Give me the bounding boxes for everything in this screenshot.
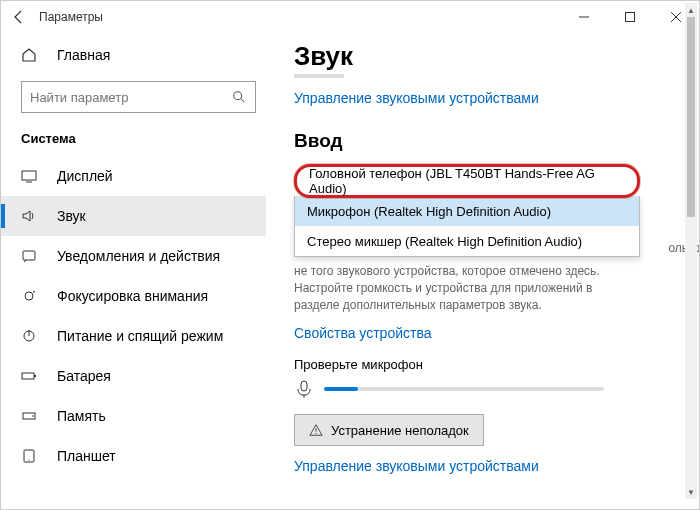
svg-point-15 [32, 415, 34, 417]
sidebar-item-display[interactable]: Дисплей [1, 156, 266, 196]
titlebar: Параметры [1, 1, 699, 33]
help-text: не того звукового устройства, которое от… [294, 263, 640, 313]
nav-list: Дисплей Звук Уведомления и действия Фоку… [1, 156, 266, 476]
option-text: Стерео микшер (Realtek High Definition A… [307, 234, 582, 249]
nav-label: Уведомления и действия [57, 248, 220, 264]
window-title: Параметры [39, 10, 103, 24]
input-device-dropdown[interactable]: Головной телефон (JBL T450BT Hands-Free … [294, 164, 640, 257]
nav-label: Память [57, 408, 106, 424]
sidebar-item-focus[interactable]: Фокусировка внимания [1, 276, 266, 316]
content-area: Главная Система Дисплей Звук [1, 33, 699, 509]
svg-rect-18 [301, 381, 307, 391]
battery-icon [21, 368, 41, 384]
sidebar-item-notifications[interactable]: Уведомления и действия [1, 236, 266, 276]
mic-level-fill [324, 387, 358, 391]
focus-icon [21, 288, 41, 304]
dropdown-option[interactable]: Стерео микшер (Realtek High Definition A… [295, 226, 639, 256]
sidebar-item-sound[interactable]: Звук [1, 196, 266, 236]
microphone-icon [294, 378, 316, 400]
home-icon [21, 47, 41, 63]
sidebar-item-tablet[interactable]: Планшет [1, 436, 266, 476]
mic-level-bar [324, 387, 604, 391]
svg-rect-13 [34, 375, 36, 377]
category-title: Система [21, 131, 266, 146]
scroll-down-icon[interactable]: ▼ [685, 485, 697, 499]
nav-label: Планшет [57, 448, 116, 464]
nav-label: Звук [57, 208, 86, 224]
settings-window: Параметры Главная Система [0, 0, 700, 510]
storage-icon [21, 408, 41, 424]
sidebar-item-power[interactable]: Питание и спящий режим [1, 316, 266, 356]
input-section-title: Ввод [294, 130, 679, 152]
test-mic-label: Проверьте микрофон [294, 357, 679, 372]
dropdown-list: Микрофон (Realtek High Definition Audio)… [294, 196, 640, 257]
maximize-button[interactable] [607, 1, 653, 33]
search-icon [231, 90, 247, 104]
nav-label: Фокусировка внимания [57, 288, 208, 304]
back-icon[interactable] [9, 7, 29, 27]
scroll-thumb[interactable] [687, 33, 695, 217]
svg-point-21 [315, 433, 316, 434]
dropdown-selected[interactable]: Головной телефон (JBL T450BT Hands-Free … [294, 164, 640, 198]
sidebar-item-home[interactable]: Главная [21, 37, 266, 73]
sidebar-item-battery[interactable]: Батарея [1, 356, 266, 396]
svg-point-9 [25, 292, 33, 300]
main-content: Звук Управление звуковыми устройствами В… [266, 33, 699, 509]
manage-devices-link[interactable]: Управление звуковыми устройствами [294, 90, 679, 106]
sidebar-item-storage[interactable]: Память [1, 396, 266, 436]
manage-devices-link-2[interactable]: Управление звуковыми устройствами [294, 458, 679, 474]
sidebar: Главная Система Дисплей Звук [1, 33, 266, 509]
svg-rect-6 [22, 171, 36, 180]
nav-label: Батарея [57, 368, 111, 384]
option-text: Микрофон (Realtek High Definition Audio) [307, 204, 551, 219]
svg-line-5 [241, 99, 245, 103]
nav-label: Дисплей [57, 168, 113, 184]
sound-icon [21, 208, 41, 224]
svg-point-17 [28, 459, 29, 460]
svg-rect-1 [626, 13, 635, 22]
window-controls [561, 1, 699, 33]
scrollbar[interactable]: ▲ ▼ [685, 33, 697, 499]
tablet-icon [21, 448, 41, 464]
page-title: Звук [294, 41, 679, 72]
svg-rect-12 [22, 373, 34, 379]
svg-point-4 [234, 92, 242, 100]
display-icon [21, 168, 41, 184]
svg-rect-8 [23, 251, 35, 260]
device-properties-link[interactable]: Свойства устройства [294, 325, 679, 341]
mic-test-row [294, 378, 679, 400]
power-icon [21, 328, 41, 344]
troubleshoot-label: Устранение неполадок [331, 423, 469, 438]
troubleshoot-button[interactable]: Устранение неполадок [294, 414, 484, 446]
notifications-icon [21, 248, 41, 264]
search-box[interactable] [21, 81, 256, 113]
dropdown-selected-text: Головной телефон (JBL T450BT Hands-Free … [309, 166, 625, 196]
dropdown-option[interactable]: Микрофон (Realtek High Definition Audio) [295, 196, 639, 226]
home-label: Главная [57, 47, 110, 63]
warning-icon [309, 423, 323, 437]
nav-label: Питание и спящий режим [57, 328, 223, 344]
minimize-button[interactable] [561, 1, 607, 33]
title-underline [294, 74, 344, 78]
search-input[interactable] [30, 90, 231, 105]
